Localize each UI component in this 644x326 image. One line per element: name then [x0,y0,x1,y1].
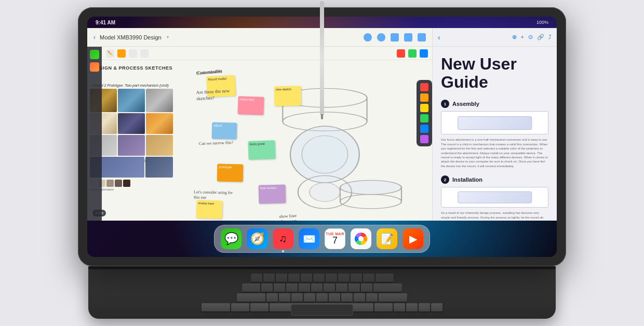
guide-back-button[interactable]: ‹ [438,33,440,42]
key-b[interactable] [316,293,328,302]
marker-tool[interactable] [117,49,126,58]
color-blue[interactable] [420,125,428,133]
sticky-5: looks great [248,140,275,160]
section-1-header: 1 Assembly [441,100,548,108]
sticky-6: prototype [217,164,244,182]
key-v[interactable] [304,293,315,302]
guide-toolbar-icons: ⊕ + ⊙ 🔗 ⤴ [512,34,552,40]
color-orange[interactable] [420,93,428,102]
color-yellow[interactable] [420,104,428,112]
color-picker-2[interactable] [408,49,417,58]
key-p[interactable] [363,274,374,282]
key-n[interactable] [329,293,340,302]
dock-notes[interactable]: 📝 [377,228,397,249]
key-y[interactable] [313,274,325,282]
color-purple[interactable] [420,135,428,143]
key-x[interactable] [279,293,290,302]
color-picker-3[interactable] [420,49,428,58]
key-w[interactable] [263,274,275,282]
dock-safari[interactable]: 🧭 [247,228,267,249]
key-i[interactable] [338,274,350,282]
key-e[interactable] [276,274,287,282]
key-o[interactable] [351,274,362,282]
key-arrow-up[interactable] [406,303,418,311]
guide-icon-3[interactable]: ⊙ [528,34,533,40]
key-t[interactable] [301,274,312,282]
handwriting-show: show liner placement [279,212,314,220]
back-button[interactable]: ‹ [93,34,96,41]
key-d[interactable] [286,283,298,292]
key-g[interactable] [311,283,323,292]
status-time: 9:41 AM [96,20,115,25]
color-green[interactable] [420,114,428,123]
toolbar-icon-3[interactable] [391,33,399,42]
section-2-header: 2 Installation [441,175,548,184]
sticky-3: new sketch [274,86,302,106]
trackpad[interactable] [291,304,353,316]
key-tab[interactable] [242,283,260,292]
color-picker[interactable] [397,49,405,58]
key-j[interactable] [336,283,347,292]
dock-music[interactable]: ♫ [273,228,293,249]
dock: 💬 🧭 ♫ ✉️ Tue Mar 7 [214,225,430,253]
key-arrow-right[interactable] [431,303,442,311]
pencil-tool[interactable]: ✏️ [106,49,114,58]
key-period[interactable] [366,293,378,302]
toolbar-icon-4[interactable] [404,33,412,42]
key-shift-right[interactable] [379,293,407,302]
freeform-app-panel[interactable]: ‹ Model XMB3990 Design ▾ ✏️ [87,28,432,221]
sticky-6-text: prototype [219,166,232,169]
key-m[interactable] [341,293,353,302]
dock-calendar[interactable]: Tue Mar 7 [325,228,345,249]
key-l[interactable] [361,283,372,292]
key-k[interactable] [348,283,360,292]
toolbar-icon-5[interactable] [418,33,426,42]
section-2-text: As a result of our inherently design pro… [441,211,548,220]
guide-icon-1[interactable]: ⊕ [512,34,517,40]
toolbar-icon-1[interactable] [364,33,372,42]
dock-clips[interactable]: ▶ [403,228,423,249]
dock-mail[interactable]: ✉️ [299,228,319,249]
freeform-canvas[interactable]: DESIGN & PROCESS SKETCHES Round 2 Protot… [87,60,432,221]
key-u[interactable] [326,274,337,282]
key-cmd-left[interactable] [250,303,269,311]
dock-messages[interactable]: 💬 [221,228,242,249]
keyboard-hinge [88,266,556,270]
key-comma[interactable] [354,293,365,302]
color-red[interactable] [420,83,428,91]
key-q[interactable] [251,274,262,282]
sticky-8-text: review here [198,201,214,205]
key-f[interactable] [299,283,310,292]
sticky-4-text: adjust [213,124,222,127]
dock-photos[interactable] [351,228,371,249]
key-h[interactable] [324,283,335,292]
toolbar-icon-2[interactable] [377,33,385,42]
key-cmd-right[interactable] [374,303,393,311]
section-1-title: Assembly [452,101,479,107]
key-backspace[interactable] [375,274,394,282]
sidebar-messages-icon[interactable] [90,50,99,59]
title-dropdown-icon[interactable]: ▾ [167,35,169,39]
guide-icon-5[interactable]: ⤴ [548,34,552,40]
key-ctrl[interactable] [202,303,230,311]
key-alt[interactable] [231,303,249,311]
key-return[interactable] [373,283,402,292]
key-arrow-left[interactable] [394,303,405,311]
svg-point-8 [340,180,401,194]
guide-content: New User Guide 1 Assembly Our focus [433,47,557,221]
key-c[interactable] [291,293,303,302]
key-s[interactable] [274,283,285,292]
guide-icon-2[interactable]: + [521,34,524,40]
svg-point-5 [302,135,348,173]
freeform-titlebar: ‹ Model XMB3990 Design ▾ [87,28,432,47]
key-r[interactable] [288,274,300,282]
pen-tool[interactable] [129,49,137,58]
key-shift-left[interactable] [237,293,265,302]
key-arrow-down[interactable] [419,303,430,311]
key-a[interactable] [261,283,273,292]
eraser-tool[interactable] [140,49,149,58]
music-dot [282,250,284,252]
sidebar-freeform-icon[interactable] [90,62,99,72]
key-z[interactable] [266,293,278,302]
guide-icon-4[interactable]: 🔗 [537,34,544,40]
